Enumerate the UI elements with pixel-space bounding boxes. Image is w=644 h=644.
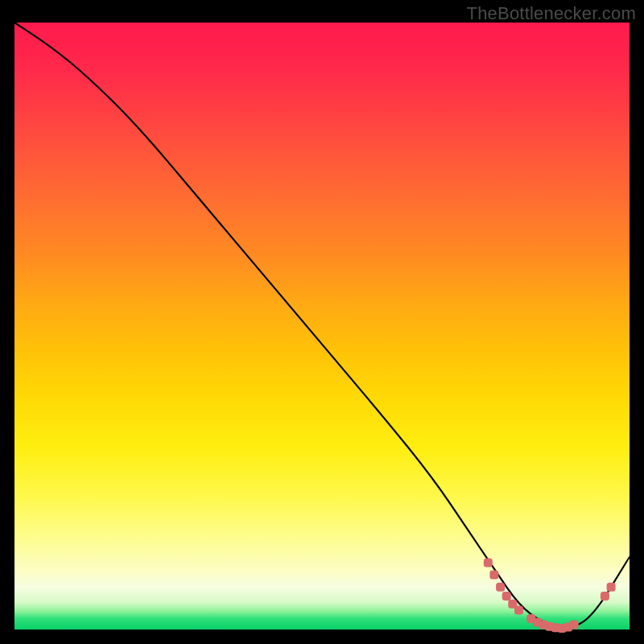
bottleneck-curve <box>14 23 630 627</box>
curve-marker <box>502 592 511 601</box>
chart-container: TheBottlenecker.com <box>0 0 644 644</box>
curve-marker <box>570 621 579 630</box>
curve-svg <box>14 23 630 630</box>
watermark-text: TheBottlenecker.com <box>467 3 636 24</box>
curve-marker <box>489 571 498 580</box>
curve-marker <box>601 592 609 601</box>
curve-marker <box>496 583 505 592</box>
curve-marker <box>607 583 616 592</box>
curve-marker <box>484 559 493 568</box>
curve-markers <box>484 559 616 633</box>
curve-marker <box>514 605 523 614</box>
plot-area <box>14 23 630 630</box>
